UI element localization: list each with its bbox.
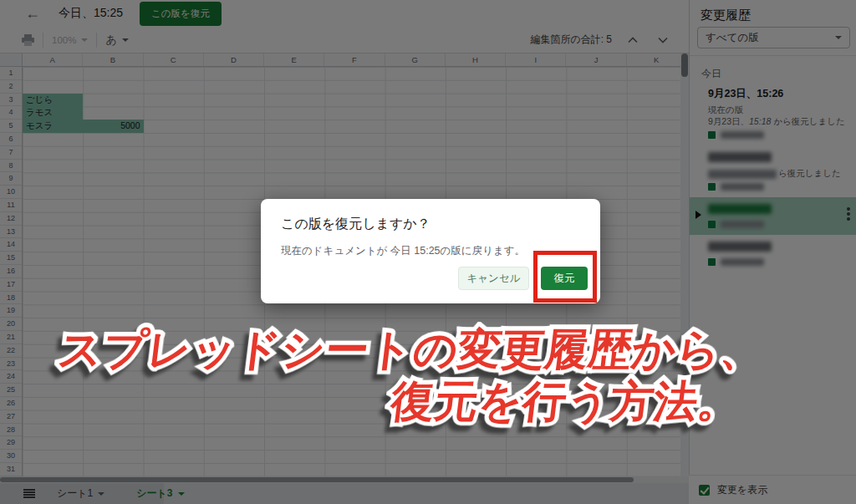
dialog-title: この版を復元しますか？ <box>281 216 580 233</box>
annotation-text: スプレッドシートの変更履歴から、 <box>55 321 768 379</box>
red-callout-rectangle <box>533 251 597 303</box>
cancel-button[interactable]: キャンセル <box>458 267 529 290</box>
annotation-line-2: 復元を行う方法。 復元を行う方法。 <box>388 373 745 431</box>
version-history-screen: ← 今日、15:25 この版を復元 100% あ 編集箇所の合計: 5 <box>0 0 856 504</box>
annotation-line-1: スプレッドシートの変更履歴から、 スプレッドシートの変更履歴から、 <box>55 321 768 379</box>
annotation-text: 復元を行う方法。 <box>388 373 745 431</box>
